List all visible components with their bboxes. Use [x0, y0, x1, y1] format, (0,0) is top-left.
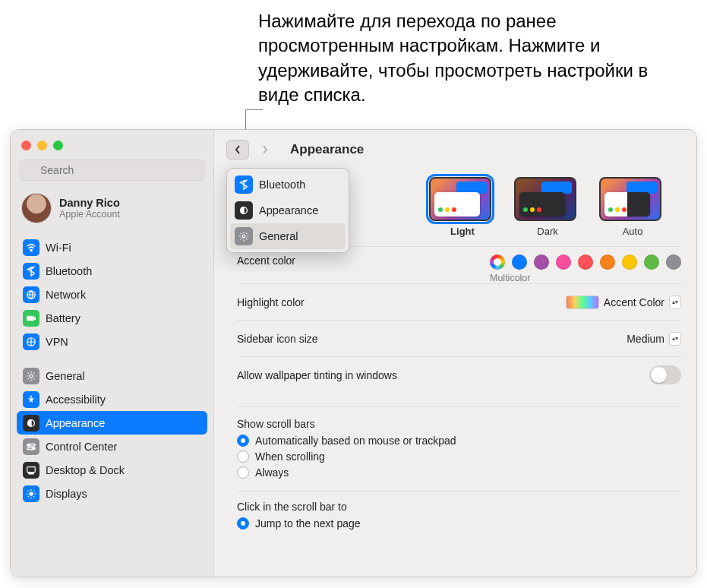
sidebar-item-label: General [46, 370, 85, 382]
svg-rect-6 [28, 317, 33, 320]
chevron-updown-icon: ▴▾ [669, 296, 681, 309]
theme-label: Light [429, 226, 496, 237]
search-input[interactable] [20, 160, 204, 181]
sidebar-list: Wi-Fi Bluetooth Network Battery [11, 234, 213, 511]
accent-swatch-red[interactable] [578, 254, 593, 270]
sidebar-item-control-center[interactable]: Control Center [17, 435, 207, 458]
wifi-icon [23, 239, 39, 256]
history-item-label: Bluetooth [259, 179, 305, 191]
sidebar-item-displays[interactable]: Displays [17, 482, 207, 505]
vpn-icon [23, 334, 39, 350]
callout-leader-line [245, 109, 263, 110]
scroll-bars-option-always[interactable]: Always [237, 466, 681, 479]
history-item-label: Appearance [259, 204, 318, 217]
sidebar-item-bluetooth[interactable]: Bluetooth [17, 259, 207, 283]
sidebar-item-label: Appearance [46, 417, 105, 429]
highlight-color-row: Highlight color Accent Color ▴▾ [237, 283, 681, 320]
sidebar-item-desktop-dock[interactable]: Desktop & Dock [17, 458, 207, 482]
theme-option-dark[interactable]: Dark [514, 177, 581, 237]
zoom-button[interactable] [53, 141, 63, 150]
accent-swatch-green[interactable] [644, 254, 659, 270]
main-content: Appearance Bluetooth Appearance Genera [214, 130, 696, 577]
svg-rect-15 [27, 466, 36, 472]
sidebar-item-appearance[interactable]: Appearance [17, 411, 207, 435]
accent-swatch-orange[interactable] [600, 254, 615, 270]
sidebar-item-accessibility[interactable]: Accessibility [17, 387, 207, 411]
svg-rect-16 [29, 473, 34, 473]
globe-icon [23, 286, 39, 303]
accent-selected-name: Multicolor [490, 273, 531, 283]
history-item-bluetooth[interactable]: Bluetooth [230, 172, 346, 198]
forward-button[interactable] [254, 140, 276, 160]
radio-label: Always [255, 466, 289, 479]
radio-label: Automatically based on mouse or trackpad [255, 435, 456, 447]
bluetooth-icon [23, 263, 39, 280]
sidebar-icon-size-select[interactable]: Medium ▴▾ [627, 332, 681, 346]
accent-color-swatches [490, 254, 681, 270]
back-button[interactable] [226, 140, 249, 160]
highlight-preview-icon [566, 296, 599, 309]
page-title: Appearance [290, 142, 364, 157]
sidebar-icon-size-row: Sidebar icon size Medium ▴▾ [237, 320, 681, 356]
sidebar-item-label: Desktop & Dock [46, 464, 125, 476]
sidebar-item-general[interactable]: General [17, 364, 207, 387]
close-button[interactable] [21, 141, 31, 150]
sidebar-item-label: Displays [46, 488, 87, 500]
avatar [21, 193, 52, 223]
scroll-bars-option-auto[interactable]: Automatically based on mouse or trackpad [237, 435, 681, 447]
history-item-label: General [259, 230, 298, 242]
account-row[interactable]: Danny Rico Apple Account [11, 188, 213, 234]
wallpaper-tinting-label: Allow wallpaper tinting in windows [237, 369, 397, 381]
sidebar-icon-size-label: Sidebar icon size [237, 333, 318, 345]
sidebar-item-label: Wi-Fi [46, 242, 71, 254]
theme-option-auto[interactable]: Auto [599, 177, 666, 237]
history-item-appearance[interactable]: Appearance [230, 198, 346, 223]
accent-swatch-yellow[interactable] [622, 254, 637, 270]
sidebar-item-battery[interactable]: Battery [17, 306, 207, 330]
gear-icon [235, 227, 253, 245]
svg-line-25 [28, 496, 29, 497]
callout-leader-line [245, 109, 246, 129]
sidebar-item-label: Control Center [46, 441, 117, 453]
sidebar-item-vpn[interactable]: VPN [17, 330, 207, 353]
toolbar: Appearance [214, 130, 696, 169]
radio-icon [237, 517, 249, 530]
account-name: Danny Rico [59, 197, 120, 209]
history-popover: Bluetooth Appearance General [226, 168, 349, 253]
svg-point-17 [29, 492, 33, 495]
accent-swatch-graphite[interactable] [666, 254, 681, 270]
battery-icon [23, 310, 39, 327]
theme-option-light[interactable]: Light [429, 177, 496, 237]
history-item-general[interactable]: General [230, 223, 346, 249]
displays-icon [23, 485, 39, 502]
callout-text: Нажимайте для перехода по ранее просмотр… [258, 9, 668, 108]
radio-icon [237, 450, 249, 463]
appearance-icon [23, 415, 39, 432]
scroll-click-option-jump[interactable]: Jump to the next page [237, 517, 681, 530]
accent-swatch-blue[interactable] [512, 254, 527, 270]
svg-point-2 [30, 249, 32, 251]
svg-line-24 [33, 490, 34, 491]
sidebar: Danny Rico Apple Account Wi-Fi Bluetooth [11, 130, 214, 577]
svg-point-13 [29, 444, 30, 445]
sidebar-item-wifi[interactable]: Wi-Fi [17, 236, 207, 259]
scroll-bars-title: Show scroll bars [237, 418, 681, 430]
radio-label: When scrolling [255, 450, 325, 463]
settings-window: Danny Rico Apple Account Wi-Fi Bluetooth [10, 129, 697, 577]
svg-point-27 [242, 235, 245, 238]
accent-swatch-pink[interactable] [556, 254, 571, 270]
accent-swatch-multicolor[interactable] [490, 254, 505, 270]
radio-icon [237, 466, 249, 479]
accent-swatch-purple[interactable] [534, 254, 549, 270]
wallpaper-tinting-switch[interactable] [649, 365, 681, 384]
sidebar-item-network[interactable]: Network [17, 283, 207, 306]
highlight-color-label: Highlight color [237, 296, 305, 308]
highlight-color-select[interactable]: Accent Color ▴▾ [566, 296, 681, 309]
svg-rect-5 [34, 317, 35, 319]
sidebar-item-label: VPN [46, 336, 68, 348]
sidebar-item-label: Accessibility [46, 394, 106, 406]
minimize-button[interactable] [37, 141, 47, 150]
scroll-bars-option-scrolling[interactable]: When scrolling [237, 450, 681, 463]
window-controls [11, 130, 213, 156]
radio-icon [237, 435, 249, 447]
